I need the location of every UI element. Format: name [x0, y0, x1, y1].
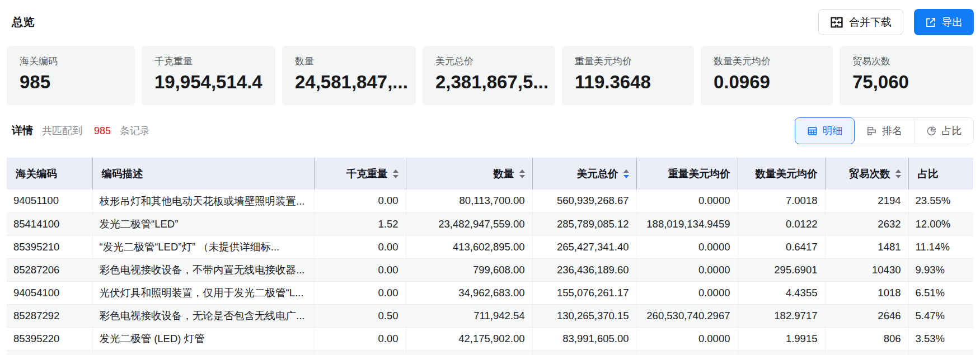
- cell-usd-total: [532, 350, 636, 355]
- col-header-usd-per-quantity: 数量美元均价: [738, 158, 825, 190]
- sort-carets-icon[interactable]: [895, 169, 901, 178]
- col-header-quantity[interactable]: 数量: [406, 158, 532, 190]
- records-table: 海关编码 编码描述 千克重量 数量 美元总价 重量美元均价 数量美元均价 贸易次…: [7, 158, 973, 355]
- page-title: 总览: [12, 15, 35, 30]
- col-header-proportion: 占比: [908, 158, 973, 190]
- cell-description: 彩色电视接收设备，不带内置无线电接收器...: [92, 258, 314, 281]
- cell-kg-weight: 0.50: [314, 304, 406, 327]
- cell-description: 彩色电视接收设备，无论是否包含无线电广...: [92, 304, 314, 327]
- sort-carets-icon[interactable]: [623, 169, 629, 178]
- col-header-trade-count[interactable]: 贸易次数: [825, 158, 908, 190]
- cell-trade-count: [825, 350, 908, 355]
- stat-card-hs-code: 海关编码 985: [7, 46, 135, 105]
- stat-card-usd-per-quantity: 数量美元均价 0.0969: [701, 46, 833, 105]
- cell-hs-code: 85287206: [7, 258, 92, 281]
- cell-usd-per-quantity: 182.9717: [738, 304, 825, 327]
- stat-label: 美元总价: [435, 56, 551, 67]
- cell-quantity: 799,608.00: [406, 258, 532, 281]
- cell-usd-total: 560,939,268.67: [532, 190, 636, 212]
- cell-usd-per-quantity: 0.6417: [738, 235, 825, 258]
- cell-proportion: 9.93%: [908, 258, 973, 281]
- cell-hs-code: [7, 350, 92, 355]
- cell-trade-count: 1481: [825, 235, 908, 258]
- stat-card-kg-weight: 千克重量 19,954,514.4: [142, 46, 275, 105]
- cell-usd-total: 155,076,261.17: [532, 281, 636, 304]
- cell-trade-count: 2632: [825, 212, 908, 235]
- merge-download-label: 合并下载: [849, 15, 892, 30]
- cell-usd-per-weight: 0.0000: [636, 258, 738, 281]
- table-row-partial: [7, 350, 973, 355]
- cell-kg-weight: 1.52: [314, 212, 406, 235]
- match-suffix: 条记录: [120, 125, 150, 136]
- cell-quantity: [406, 350, 532, 355]
- details-row: 详情 共匹配到985条记录 明细: [12, 117, 974, 144]
- cell-description: “发光二极管“LED”灯” （未提供详细标...: [92, 235, 314, 258]
- ranking-icon: [866, 126, 877, 136]
- pie-chart-icon: [926, 126, 937, 136]
- cell-usd-total: 265,427,341.40: [532, 235, 636, 258]
- cell-quantity: 23,482,947,559.00: [406, 212, 532, 235]
- tab-ranking[interactable]: 排名: [855, 118, 914, 144]
- cell-proportion: 12.00%: [908, 212, 973, 235]
- table-row: 85414100发光二极管“LED”1.5223,482,947,559.002…: [7, 212, 973, 235]
- cell-usd-per-quantity: [738, 350, 825, 355]
- cell-usd-per-weight: 0.0000: [636, 327, 738, 350]
- stat-card-usd-total: 美元总价 2,381,867,5...: [423, 46, 555, 105]
- cell-usd-per-quantity: 1.9915: [738, 327, 825, 350]
- cell-description: 发光二极管“LED”: [92, 212, 314, 235]
- cell-quantity: 711,942.54: [406, 304, 532, 327]
- stat-label: 贸易次数: [852, 56, 969, 67]
- sort-carets-icon[interactable]: [519, 169, 525, 178]
- tab-label: 占比: [942, 124, 962, 138]
- cell-trade-count: 1018: [825, 281, 908, 304]
- cell-proportion: 5.47%: [908, 304, 973, 327]
- stat-value: 985: [20, 72, 130, 93]
- cell-description: [92, 350, 314, 355]
- cell-hs-code: 85395220: [7, 327, 92, 350]
- stat-label: 海关编码: [20, 56, 130, 67]
- col-header-usd-total[interactable]: 美元总价: [532, 158, 636, 190]
- cell-usd-per-quantity: 7.0018: [738, 190, 825, 212]
- cell-proportion: 11.14%: [908, 235, 973, 258]
- cell-description: 光伏灯具和照明装置，仅用于发光二极管“L...: [92, 281, 314, 304]
- cell-proportion: 3.53%: [908, 327, 973, 350]
- cell-usd-per-quantity: 295.6901: [738, 258, 825, 281]
- merge-cells-icon: [830, 16, 843, 29]
- details-left: 详情 共匹配到985条记录: [12, 124, 150, 138]
- tab-proportion[interactable]: 占比: [914, 118, 973, 144]
- col-header-kg-weight[interactable]: 千克重量: [314, 158, 406, 190]
- stat-value: 119.3648: [575, 72, 690, 93]
- view-tabs: 明细 排名 占比: [795, 117, 974, 144]
- cell-usd-total: 236,436,189.60: [532, 258, 636, 281]
- cell-trade-count: 806: [825, 327, 908, 350]
- export-button[interactable]: 导出: [914, 9, 974, 35]
- stat-label: 千克重量: [154, 56, 271, 67]
- merge-download-button[interactable]: 合并下载: [818, 9, 903, 35]
- cell-trade-count: 10430: [825, 258, 908, 281]
- details-title: 详情: [12, 124, 33, 138]
- cell-usd-per-weight: 0.0000: [636, 235, 738, 258]
- tab-label: 排名: [882, 124, 902, 138]
- cell-usd-per-weight: 260,530,740.2967: [636, 304, 738, 327]
- export-label: 导出: [942, 15, 963, 30]
- cell-kg-weight: 0.00: [314, 235, 406, 258]
- tab-detail[interactable]: 明细: [795, 117, 855, 144]
- cell-trade-count: 2646: [825, 304, 908, 327]
- cell-kg-weight: [314, 350, 406, 355]
- cell-usd-total: 83,991,605.00: [532, 327, 636, 350]
- cell-quantity: 413,602,895.00: [406, 235, 532, 258]
- tab-label: 明细: [823, 124, 843, 138]
- cell-description: 枝形吊灯和其他电动天花板或墙壁照明装置...: [92, 190, 314, 212]
- match-count: 985: [94, 125, 111, 136]
- col-header-description: 编码描述: [92, 158, 314, 190]
- cell-kg-weight: 0.00: [314, 190, 406, 212]
- cell-kg-weight: 0.00: [314, 258, 406, 281]
- table-icon: [807, 126, 818, 136]
- table-row: 85287292彩色电视接收设备，无论是否包含无线电广...0.50711,94…: [7, 304, 973, 327]
- cell-proportion: 6.51%: [908, 281, 973, 304]
- stat-card-usd-per-weight: 重量美元均价 119.3648: [562, 46, 694, 105]
- cell-trade-count: 2194: [825, 190, 908, 212]
- match-prefix: 共匹配到: [42, 125, 82, 136]
- cell-hs-code: 94051100: [7, 190, 92, 212]
- sort-carets-icon[interactable]: [393, 169, 398, 178]
